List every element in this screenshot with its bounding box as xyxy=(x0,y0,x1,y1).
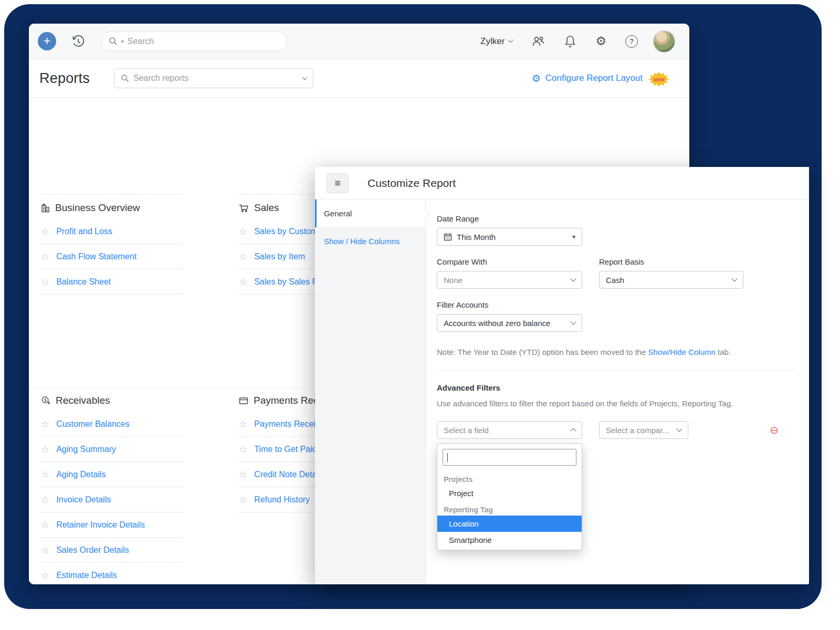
report-link[interactable]: Aging Details xyxy=(56,470,106,479)
report-link[interactable]: Aging Summary xyxy=(56,445,116,454)
star-icon[interactable]: ☆ xyxy=(41,252,49,261)
modal-header: ≡ Customize Report xyxy=(315,167,809,200)
caret-down-icon: ▾ xyxy=(572,234,575,240)
report-item[interactable]: ☆ Aging Details xyxy=(41,462,183,487)
modal-sidebar: General Show / Hide Columns xyxy=(315,200,426,584)
star-icon[interactable]: ☆ xyxy=(41,571,49,580)
report-link[interactable]: Profit and Loss xyxy=(56,227,112,236)
section-title: Business Overview xyxy=(55,202,140,214)
section-title: Receivables xyxy=(56,395,110,406)
report-item[interactable]: ☆ Estimate Details xyxy=(41,563,183,584)
comparator-select[interactable]: Select a compar... xyxy=(599,421,688,439)
chevron-up-icon xyxy=(570,428,576,434)
report-item[interactable]: ☆ Invoice Details xyxy=(41,487,183,512)
star-icon[interactable]: ☆ xyxy=(239,445,247,454)
report-basis-value: Cash xyxy=(606,276,624,285)
dropdown-option-location[interactable]: Location xyxy=(437,516,582,532)
report-link[interactable]: Time to Get Paid xyxy=(254,445,317,454)
star-icon[interactable]: ☆ xyxy=(239,495,247,505)
chevron-down-icon xyxy=(676,426,682,432)
section-divider xyxy=(437,370,797,371)
remove-filter-icon[interactable]: ⊖ xyxy=(770,425,779,435)
show-hide-column-link[interactable]: Show/Hide Column xyxy=(648,348,715,356)
report-link[interactable]: Retainer Invoice Details xyxy=(56,520,145,530)
report-link[interactable]: Invoice Details xyxy=(56,495,111,505)
star-icon[interactable]: ☆ xyxy=(239,252,247,261)
star-icon[interactable]: ☆ xyxy=(41,445,49,454)
chevron-down-icon xyxy=(570,319,576,324)
hamburger-icon: ≡ xyxy=(334,177,340,189)
star-icon[interactable]: ☆ xyxy=(239,227,247,236)
star-icon[interactable]: ☆ xyxy=(41,520,49,530)
search-scope-caret-icon[interactable]: ▾ xyxy=(121,39,124,44)
configure-report-layout-label: Configure Report Layout xyxy=(545,73,643,83)
report-item[interactable]: ☆ Retainer Invoice Details xyxy=(41,512,183,538)
report-search-input[interactable] xyxy=(133,74,299,83)
org-switcher[interactable]: Zylker xyxy=(480,36,512,47)
gear-icon: ⚙ xyxy=(595,35,606,47)
report-item[interactable]: ☆ Sales Order Details xyxy=(41,538,183,563)
star-icon[interactable]: ☆ xyxy=(239,470,247,479)
modal-body: General Show / Hide Columns Date Range T… xyxy=(315,200,809,584)
recent-history-button[interactable] xyxy=(71,35,85,48)
quick-create-button[interactable]: + xyxy=(38,32,56,50)
report-link[interactable]: Cash Flow Statement xyxy=(56,252,136,261)
date-range-label: Date Range xyxy=(437,214,783,223)
star-icon[interactable]: ☆ xyxy=(239,419,247,429)
star-icon[interactable]: ☆ xyxy=(239,277,247,287)
tab-general[interactable]: General xyxy=(315,200,425,227)
report-item[interactable]: ☆ Customer Balances xyxy=(41,412,183,437)
date-range-select[interactable]: This Month ▾ xyxy=(437,228,582,246)
report-link[interactable]: Customer Balances xyxy=(56,419,130,429)
star-icon[interactable]: ☆ xyxy=(41,545,49,555)
search-icon xyxy=(109,37,118,46)
section-heading: $ Receivables xyxy=(41,395,183,406)
users-button[interactable] xyxy=(531,35,545,48)
field-select[interactable]: Select a field xyxy=(437,421,582,439)
star-icon[interactable]: ☆ xyxy=(41,470,49,479)
report-item[interactable]: ☆ Profit and Loss xyxy=(41,219,183,244)
compare-with-select[interactable]: None xyxy=(437,271,582,289)
report-link[interactable]: Sales by Item xyxy=(254,252,305,261)
star-icon[interactable]: ☆ xyxy=(41,495,49,505)
report-link[interactable]: Credit Note Details xyxy=(254,470,324,479)
section-title: Sales xyxy=(254,202,279,214)
report-link[interactable]: Sales Order Details xyxy=(56,545,129,555)
notifications-button[interactable] xyxy=(564,35,576,48)
help-button[interactable]: ? xyxy=(625,35,638,48)
report-link[interactable]: Refund History xyxy=(254,495,310,505)
text-cursor xyxy=(447,453,448,462)
topbar: + ▾ Zylker xyxy=(29,24,689,59)
report-basis-field: Report Basis Cash xyxy=(599,257,743,289)
star-icon[interactable]: ☆ xyxy=(41,419,49,429)
section-heading: Business Overview xyxy=(41,202,183,214)
settings-button[interactable]: ⚙ xyxy=(595,35,606,47)
report-item[interactable]: ☆ Balance Sheet xyxy=(41,269,183,295)
filter-accounts-select[interactable]: Accounts without zero balance xyxy=(437,314,582,332)
report-basis-select[interactable]: Cash xyxy=(599,271,743,289)
chevron-down-icon[interactable] xyxy=(302,75,308,80)
report-link[interactable]: Balance Sheet xyxy=(56,277,111,287)
collapse-panel-button[interactable]: ≡ xyxy=(327,173,349,193)
global-search[interactable]: ▾ xyxy=(101,32,287,51)
filter-accounts-label: Filter Accounts xyxy=(437,300,783,309)
chevron-down-icon xyxy=(570,276,576,281)
global-search-input[interactable] xyxy=(128,37,279,46)
user-avatar[interactable] xyxy=(653,30,676,53)
dropdown-option-project[interactable]: Project xyxy=(437,485,582,501)
report-link[interactable]: Estimate Details xyxy=(56,571,117,580)
report-item[interactable]: ☆ Cash Flow Statement xyxy=(41,244,183,269)
chevron-down-icon xyxy=(508,38,513,43)
dropdown-group-label: Reporting Tag xyxy=(437,501,582,516)
dropdown-search-input[interactable] xyxy=(443,449,576,466)
configure-report-layout-button[interactable]: ⚙ Configure Report Layout NEW xyxy=(532,71,669,86)
tab-show-hide-label: Show / Hide Columns xyxy=(324,237,400,246)
tab-show-hide-columns[interactable]: Show / Hide Columns xyxy=(315,227,425,255)
star-icon[interactable]: ☆ xyxy=(41,227,49,236)
dropdown-option-smartphone[interactable]: Smartphone xyxy=(437,532,582,548)
report-search-box[interactable] xyxy=(114,68,313,88)
report-item[interactable]: ☆ Aging Summary xyxy=(41,437,183,462)
star-icon[interactable]: ☆ xyxy=(41,277,49,287)
modal-title: Customize Report xyxy=(368,177,456,190)
customize-report-modal: ≡ Customize Report General Show / Hide C… xyxy=(315,167,809,584)
